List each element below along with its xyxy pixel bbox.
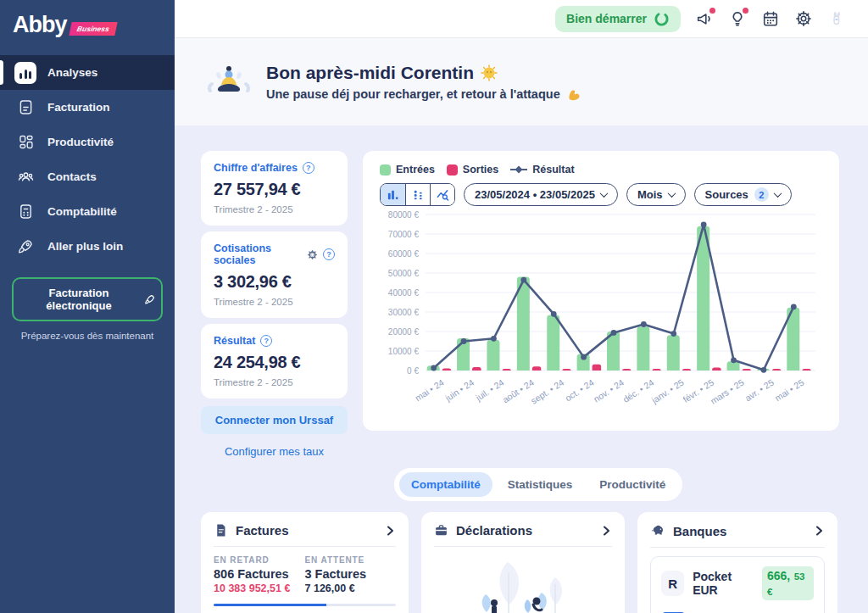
meditating-avatar	[205, 59, 253, 106]
kpi-label: Résultat	[214, 335, 255, 347]
pending-count: 3 Factures	[305, 567, 397, 581]
banques-card: Banques R Pocket EUR 666, 53 €	[637, 512, 837, 613]
sidebar: Abby Business Analyses Facturation Pro	[0, 0, 175, 613]
chevron-right-icon[interactable]	[384, 525, 396, 537]
kpi-value: 24 254,98 €	[214, 353, 335, 372]
bank-account-tile[interactable]: R Pocket EUR 666, 53 € 20+ Catégoriser	[650, 556, 825, 613]
notification-dot	[709, 8, 715, 14]
help-icon[interactable]: ?	[323, 248, 335, 260]
help-icon[interactable]: ?	[303, 162, 314, 174]
gear-icon[interactable]	[794, 9, 813, 28]
sidebar-item-productivite[interactable]: Productivité	[0, 125, 175, 159]
sidebar-item-aller-plus-loin[interactable]: Aller plus loin	[0, 229, 175, 264]
einvoice-button[interactable]: Facturation électronique	[12, 277, 163, 321]
kpi-card-resultat: Résultat ? 24 254,98 € Trimestre 2 - 202…	[201, 324, 348, 398]
tab-productivite[interactable]: Productivité	[587, 472, 677, 497]
late-amount: 10 383 952,51 €	[214, 582, 305, 594]
brand-name: Abby	[13, 14, 67, 36]
legend-entrees[interactable]: Entrées	[380, 164, 435, 176]
date-range-value: 23/05/2024 • 23/05/2025	[475, 188, 595, 201]
legend-resultat[interactable]: Résultat	[510, 164, 574, 176]
calendar-icon[interactable]	[761, 9, 780, 28]
mascot-icon[interactable]	[827, 9, 846, 28]
line-chart-view-button[interactable]	[430, 184, 454, 205]
revolut-logo: R	[661, 571, 684, 596]
chevron-down-icon	[773, 189, 782, 198]
sidebar-item-facturation[interactable]: Facturation	[0, 90, 175, 125]
rocket-icon	[144, 293, 156, 305]
kpi-column: Chiffre d'affaires ? 27 557,94 € Trimest…	[201, 151, 348, 458]
settings-gear-icon[interactable]	[307, 249, 318, 260]
megaphone-icon[interactable]	[695, 9, 714, 28]
help-icon[interactable]: ?	[260, 335, 272, 347]
brand-badge: Business	[69, 22, 117, 36]
sources-filter[interactable]: Sources 2	[694, 183, 792, 206]
document-icon	[14, 97, 36, 119]
legend-label: Résultat	[532, 164, 574, 176]
divider	[650, 547, 825, 548]
sidebar-item-analyses[interactable]: Analyses	[0, 55, 175, 90]
brand-logo[interactable]: Abby Business	[0, 0, 175, 48]
configure-rates-link[interactable]: Configurer mes taux	[201, 445, 348, 458]
lightbulb-icon[interactable]	[728, 9, 747, 28]
topbar: Bien démarrer	[175, 0, 868, 38]
invoice-progress-bar	[214, 604, 396, 606]
sidebar-nav: Analyses Facturation Productivité Contac…	[0, 55, 175, 264]
app-window: Abby Business Analyses Facturation Pro	[0, 0, 868, 613]
line-diamond-icon	[510, 165, 527, 174]
date-range-picker[interactable]: 23/05/2024 • 23/05/2025	[464, 183, 618, 206]
svg-text:janv. • 25: janv. • 25	[649, 377, 686, 406]
bar-chart-view-button[interactable]	[381, 184, 405, 205]
notification-dot	[743, 8, 748, 14]
chevron-right-icon[interactable]	[600, 525, 612, 537]
tab-comptabilite[interactable]: Comptabilité	[399, 472, 492, 497]
svg-text:mai • 24: mai • 24	[413, 377, 446, 404]
invoice-document-icon	[214, 523, 228, 538]
legend-label: Entrées	[396, 164, 435, 176]
svg-text:70000 €: 70000 €	[388, 230, 420, 239]
account-balance: 666, 53 €	[762, 566, 814, 600]
svg-text:0 €: 0 €	[407, 366, 419, 376]
kpi-label: Cotisations sociales	[214, 242, 302, 266]
chart-toolbar: 23/05/2024 • 23/05/2025 Mois Sources 2	[380, 183, 822, 206]
period-filter[interactable]: Mois	[626, 183, 686, 206]
rocket-icon	[14, 236, 36, 258]
chart-legend: Entrées Sorties Résultat	[380, 164, 822, 176]
einvoice-subtitle: Préparez-vous dès maintenant	[0, 331, 175, 341]
declarations-card: Déclarations	[421, 512, 625, 613]
greeting-subtitle: Une pause déj pour recharger, et retour …	[266, 87, 560, 101]
sidebar-item-label: Facturation	[47, 101, 110, 114]
greeting-banner: Bon après-midi Corentin Une pause déj po…	[175, 38, 868, 125]
sources-filter-label: Sources	[705, 188, 748, 201]
briefcase-icon	[434, 523, 448, 538]
progress-ring-icon	[654, 11, 670, 27]
chevron-right-icon[interactable]	[813, 525, 825, 537]
tab-statistiques[interactable]: Statistiques	[496, 472, 585, 497]
dashboard-content: Chiffre d'affaires ? 27 557,94 € Trimest…	[175, 125, 868, 613]
sidebar-item-contacts[interactable]: Contacts	[0, 159, 175, 194]
svg-text:30000 €: 30000 €	[388, 308, 420, 317]
balance-main: 666,	[767, 569, 790, 582]
main-area: Bien démarrer	[175, 0, 868, 613]
stacked-bar-view-button[interactable]	[405, 184, 430, 205]
get-started-label: Bien démarrer	[566, 12, 647, 25]
late-count: 806 Factures	[214, 567, 305, 581]
card-title: Déclarations	[456, 523, 532, 538]
svg-text:juil. • 24: juil. • 24	[473, 377, 505, 404]
kpi-label: Chiffre d'affaires	[214, 162, 298, 174]
invoice-stats: EN RETARD 806 Factures 10 383 952,51 € E…	[214, 555, 396, 594]
cashflow-chart-card: Entrées Sorties Résultat	[363, 151, 839, 431]
card-title: Factures	[236, 523, 289, 538]
account-name: Pocket EUR	[693, 570, 754, 597]
svg-text:mai • 25: mai • 25	[773, 377, 806, 404]
chart-type-switcher	[380, 183, 455, 206]
connect-urssaf-button[interactable]: Connecter mon Urssaf	[201, 406, 348, 434]
svg-text:10000 €: 10000 €	[388, 347, 420, 356]
sidebar-item-comptabilite[interactable]: Comptabilité	[0, 194, 175, 229]
svg-text:avr. • 25: avr. • 25	[743, 377, 776, 404]
people-icon	[14, 166, 36, 188]
kpi-card-chiffre-affaires: Chiffre d'affaires ? 27 557,94 € Trimest…	[201, 151, 348, 226]
legend-sorties[interactable]: Sorties	[447, 164, 498, 176]
svg-text:20000 €: 20000 €	[388, 327, 420, 337]
get-started-button[interactable]: Bien démarrer	[555, 6, 681, 32]
